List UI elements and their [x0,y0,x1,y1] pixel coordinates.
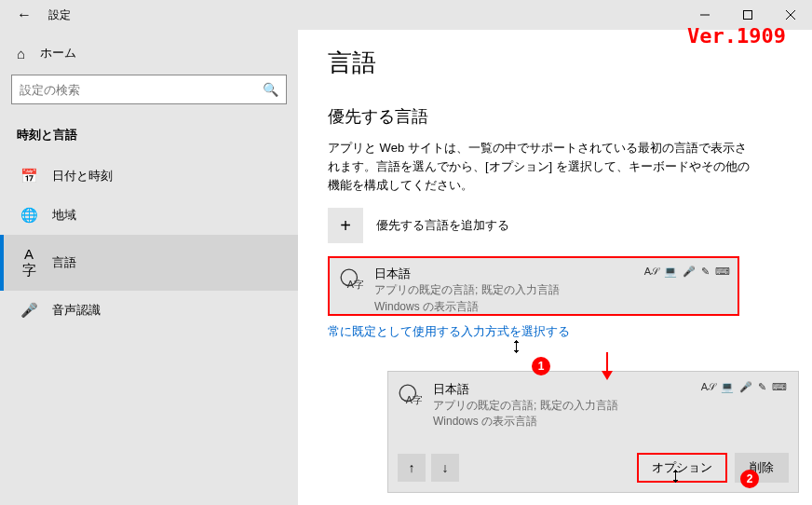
sidebar-item-region[interactable]: 🌐 地域 [0,196,298,235]
display-icon: 💻 [721,381,734,393]
sidebar-item-speech[interactable]: 🎤 音声認識 [0,291,298,330]
sidebar-item-label: 音声認識 [52,302,101,319]
text-to-speech-icon: A𝒮 [701,381,715,393]
language-card-japanese[interactable]: A字 日本語 アプリの既定の言語; 既定の入力言語 Windows の表示言語 … [328,256,739,316]
display-icon: 💻 [664,266,677,278]
sidebar-home[interactable]: ⌂ ホーム [0,35,298,75]
move-up-button[interactable]: ↑ [398,454,426,482]
speech-icon: 🎤 [683,266,696,278]
language-globe-icon: A字 [398,381,422,411]
language-globe-icon: A字 [339,266,363,295]
annotation-marker-2: 2 [740,470,759,488]
sidebar-item-label: 日付と時刻 [52,168,113,184]
expanded-language-sub1: アプリの既定の言語; 既定の入力言語 [433,398,789,414]
annotation-marker-1: 1 [532,357,550,375]
globe-icon: 🌐 [20,207,37,224]
keyboard-icon: ⌨ [715,266,730,278]
cursor-icon: ⭥ [509,338,524,355]
version-badge: Ver.1909 [687,24,786,48]
sidebar-item-label: 地域 [52,207,76,224]
calendar-icon: 📅 [20,168,37,184]
search-input[interactable] [20,83,263,97]
language-feature-icons: A𝒮 💻 🎤 ✎ ⌨ [644,266,730,278]
microphone-icon: 🎤 [20,302,37,319]
expanded-feature-icons: A𝒮 💻 🎤 ✎ ⌨ [701,381,787,393]
language-subtitle-1: アプリの既定の言語; 既定の入力言語 [374,282,728,298]
handwriting-icon: ✎ [701,266,710,278]
preferred-languages-desc: アプリと Web サイトは、一覧の中でサポートされている最初の言語で表示されます… [328,139,756,195]
sidebar-item-language[interactable]: A字 言語 [0,235,298,291]
annotation-arrow-icon [598,352,616,380]
home-icon: ⌂ [17,46,25,61]
home-label: ホーム [40,45,76,61]
sidebar: ⌂ ホーム 🔍 時刻と言語 📅 日付と時刻 🌐 地域 A字 言語 🎤 音声認識 [0,30,298,505]
speech-icon: 🎤 [739,381,752,393]
add-language-row[interactable]: + 優先する言語を追加する [328,208,782,243]
default-input-link[interactable]: 常に既定として使用する入力方式を選択する [328,323,782,340]
search-icon: 🔍 [263,82,278,97]
svg-rect-1 [744,11,752,20]
move-down-button[interactable]: ↓ [431,454,459,482]
language-subtitle-2: Windows の表示言語 [374,299,728,315]
language-icon: A字 [20,246,37,280]
cursor-icon: ⭥ [669,468,683,485]
language-expanded-panel: A字 日本語 アプリの既定の言語; 既定の入力言語 Windows の表示言語 … [387,371,799,493]
plus-icon: + [328,208,363,243]
svg-text:A字: A字 [406,394,422,405]
sidebar-item-datetime[interactable]: 📅 日付と時刻 [0,157,298,196]
page-title: 言語 [328,47,782,79]
sidebar-section-title: 時刻と言語 [0,117,298,157]
svg-marker-9 [602,371,613,380]
preferred-languages-header: 優先する言語 [328,105,782,128]
text-to-speech-icon: A𝒮 [644,266,658,278]
window-title: 設定 [48,7,71,23]
add-language-label: 優先する言語を追加する [376,217,509,234]
handwriting-icon: ✎ [758,381,766,393]
search-box[interactable]: 🔍 [11,75,287,104]
expanded-language-sub2: Windows の表示言語 [433,414,789,430]
keyboard-icon: ⌨ [772,381,787,393]
svg-text:A字: A字 [347,279,363,290]
back-icon[interactable]: ← [17,7,32,23]
sidebar-item-label: 言語 [52,254,76,271]
